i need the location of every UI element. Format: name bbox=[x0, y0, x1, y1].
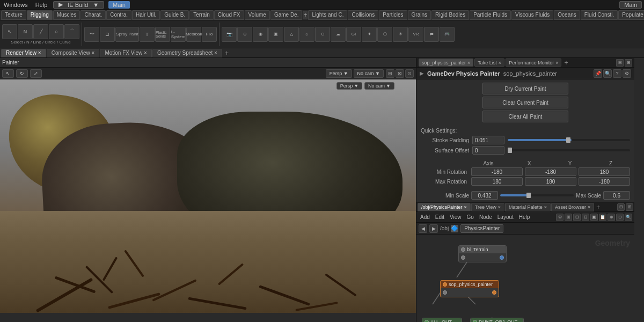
shelf-tab-particlefluids[interactable]: Particle Fluids bbox=[470, 10, 511, 20]
shelf-tab-rigging[interactable]: Rigging bbox=[27, 10, 53, 20]
node-graph[interactable]: Geometry bbox=[416, 235, 634, 322]
shelf-tab-add[interactable]: + bbox=[303, 11, 308, 19]
tool-gilight[interactable]: GI bbox=[346, 27, 361, 42]
shelf-tab-fluidconsti[interactable]: Fluid Consti. bbox=[581, 10, 618, 20]
tool-t[interactable]: T bbox=[140, 27, 155, 42]
node-menu-help[interactable]: Help bbox=[517, 214, 532, 220]
tab-compositeview[interactable]: Composite View × bbox=[47, 49, 100, 57]
shelf-tab-guideb[interactable]: Guide B. bbox=[160, 10, 189, 20]
panel-expand-icon[interactable]: ▶ bbox=[420, 70, 424, 76]
bottom-tab-treeview-close[interactable]: × bbox=[498, 204, 501, 210]
tab-add[interactable]: + bbox=[223, 49, 231, 57]
shelf-tab-texture[interactable]: Texture bbox=[1, 10, 26, 20]
tool-plasticsolids[interactable]: Plastic Solids bbox=[155, 27, 170, 42]
shelf-tab-volume[interactable]: Volume bbox=[245, 10, 270, 20]
node-icon-6[interactable]: 📋 bbox=[599, 214, 606, 221]
bottom-tab-icon-1[interactable]: ⊟ bbox=[617, 203, 625, 211]
max-rotation-x[interactable]: 180 bbox=[471, 177, 523, 186]
clear-current-btn[interactable]: Clear Current Paint bbox=[482, 97, 568, 108]
bottom-tab-add[interactable]: + bbox=[595, 203, 602, 211]
max-rotation-z[interactable]: -180 bbox=[579, 177, 630, 186]
tool-skylight[interactable]: ☁ bbox=[331, 27, 346, 42]
panel-icon-search[interactable]: 🔍 bbox=[603, 69, 612, 78]
tool-causticlight[interactable]: ✦ bbox=[362, 27, 377, 42]
tr-icon-2[interactable]: ⊞ bbox=[625, 59, 632, 67]
tr-tab-sop-close[interactable]: × bbox=[467, 60, 470, 65]
bottom-tab-physicspainter-close[interactable]: × bbox=[464, 204, 467, 210]
node-icon-3[interactable]: ⊡ bbox=[573, 214, 581, 221]
tool-path[interactable]: ⊐ bbox=[100, 27, 115, 42]
build-button[interactable]: ▶ IE Build ▼ bbox=[53, 1, 104, 9]
min-rotation-y[interactable]: -180 bbox=[525, 167, 576, 176]
node-physics-painter[interactable]: sop_physics_painter bbox=[440, 280, 499, 297]
shelf-tab-cloudfx[interactable]: Cloud FX bbox=[214, 10, 244, 20]
bottom-tab-treeview[interactable]: Tree View × bbox=[471, 203, 504, 211]
shelf-tab-charat[interactable]: Charat. bbox=[80, 10, 106, 20]
node-icon-8[interactable]: ⊙ bbox=[616, 214, 624, 221]
min-scale-value[interactable]: 0.432 bbox=[471, 191, 498, 200]
shelf-tab-gamede[interactable]: Game De. bbox=[270, 10, 303, 20]
shelf-tab-particles[interactable]: Particles bbox=[379, 10, 407, 20]
persp-dropdown[interactable]: Persp ▼ bbox=[336, 82, 362, 90]
bottom-tab-physicspainter[interactable]: /obj/PhysicsPainter × bbox=[418, 203, 471, 211]
vp-scale-btn[interactable]: ⤢ bbox=[30, 69, 42, 78]
shelf-tab-muscles[interactable]: Muscles bbox=[53, 10, 80, 20]
min-rotation-x[interactable]: -180 bbox=[471, 167, 523, 176]
tr-tab-takelist-close[interactable]: × bbox=[499, 60, 501, 65]
max-scale-value[interactable]: 0.6 bbox=[603, 191, 630, 200]
nav-back-btn[interactable]: ◀ bbox=[419, 224, 427, 233]
tool-pointlight[interactable]: ⊕ bbox=[237, 27, 252, 42]
max-rotation-y[interactable]: 180 bbox=[525, 177, 576, 186]
node-icon-4[interactable]: ⊟ bbox=[582, 214, 589, 221]
tool-spraypaint[interactable]: Spray Paint bbox=[115, 27, 139, 42]
stroke-padding-handle[interactable] bbox=[566, 137, 570, 143]
shelf-tab-collisions[interactable]: Collisions bbox=[348, 10, 378, 20]
tool-circle[interactable]: ○ bbox=[49, 24, 64, 39]
node-terrain[interactable]: bl_Terrain bbox=[458, 245, 507, 262]
node-all-out[interactable]: ALL_OUT bbox=[422, 318, 462, 322]
node-paint-obj-out[interactable]: PAINT_OBJ_OUT bbox=[470, 318, 524, 322]
node-menu-add[interactable]: Add bbox=[419, 214, 431, 220]
node-icon-7[interactable]: ⊕ bbox=[608, 214, 615, 221]
tool-drawcurve[interactable]: 〜 bbox=[84, 27, 99, 42]
tab-geometryspreadsheet[interactable]: Geometry Spreadsheet × bbox=[152, 49, 222, 57]
node-icon-2[interactable]: ⊞ bbox=[565, 214, 572, 221]
bottom-tab-assetbrowser[interactable]: Asset Browser × bbox=[551, 203, 594, 211]
shelf-tab-lights[interactable]: Lights and C. bbox=[308, 10, 347, 20]
panel-icon-help[interactable]: ? bbox=[613, 69, 621, 78]
stroke-padding-value[interactable]: 0.051 bbox=[472, 136, 504, 144]
tr-tab-perfmon-close[interactable]: × bbox=[555, 60, 558, 65]
tool-lsystem[interactable]: L-System bbox=[171, 27, 186, 42]
tr-tab-add[interactable]: + bbox=[562, 59, 569, 67]
tr-icon-1[interactable]: ⊟ bbox=[616, 59, 624, 67]
tab-motionfxview[interactable]: Motion FX View × bbox=[100, 49, 151, 57]
vp-transform-btn[interactable]: ↖ bbox=[2, 69, 14, 78]
tool-distantlight[interactable]: ☼ bbox=[299, 27, 314, 42]
shelf-tab-populatecon[interactable]: Populate Con. bbox=[618, 10, 644, 20]
shelf-tab-oceans[interactable]: Oceans bbox=[554, 10, 580, 20]
tool-vrcamera[interactable]: VR bbox=[408, 27, 423, 42]
tool-switcher[interactable]: ⇄ bbox=[424, 27, 439, 42]
node-menu-layout[interactable]: Layout bbox=[496, 214, 515, 220]
shelf-tab-contra[interactable]: Contra. bbox=[106, 10, 131, 20]
tool-spotlight[interactable]: ◉ bbox=[253, 27, 268, 42]
bottom-tab-materialpalette[interactable]: Material Palette × bbox=[505, 203, 551, 211]
scale-slider-handle[interactable] bbox=[526, 193, 531, 198]
node-menu-edit[interactable]: Edit bbox=[434, 214, 446, 220]
tool-ambientlight[interactable]: ☀ bbox=[393, 27, 408, 42]
shelf-tab-terrain[interactable]: Terrain bbox=[189, 10, 214, 20]
bottom-tab-materialpalette-close[interactable]: × bbox=[544, 204, 547, 210]
clear-all-btn[interactable]: Clear All Paint bbox=[482, 111, 568, 122]
tr-tab-sop[interactable]: sop_physics_painter × bbox=[419, 58, 473, 67]
vp-nocam-btn[interactable]: No cam ▼ bbox=[354, 69, 384, 78]
surface-offset-handle[interactable] bbox=[508, 148, 512, 153]
tool-geometrylight[interactable]: △ bbox=[284, 27, 299, 42]
node-menu-view[interactable]: View bbox=[448, 214, 463, 220]
vp-icon-1[interactable]: ⊞ bbox=[386, 69, 394, 78]
panel-icon-pin[interactable]: 📌 bbox=[594, 69, 602, 78]
shelf-tab-grains[interactable]: Grains bbox=[408, 10, 431, 20]
vp-persp-btn[interactable]: Persp ▼ bbox=[326, 69, 352, 78]
dry-paint-btn[interactable]: Dry Current Paint bbox=[482, 83, 568, 94]
shelf-tab-rigidbodies[interactable]: Rigid Bodies bbox=[431, 10, 469, 20]
tab-renderview[interactable]: Render View × bbox=[1, 49, 46, 57]
